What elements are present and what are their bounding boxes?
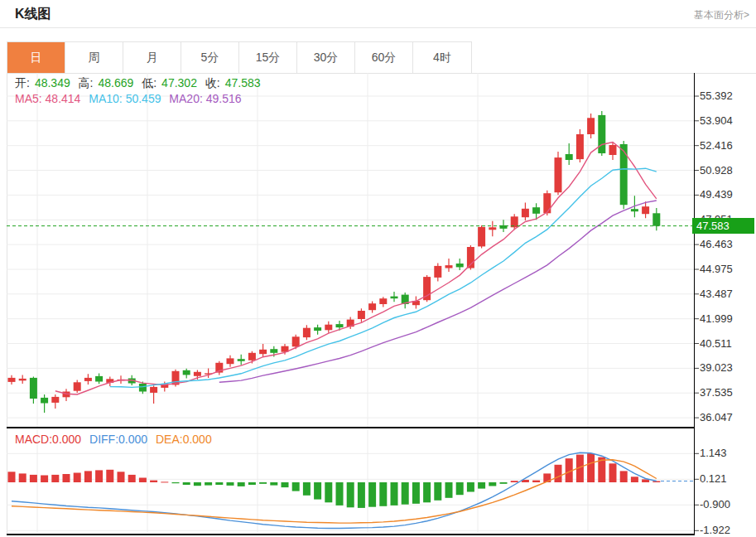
main-axis-label: 49.439 bbox=[700, 188, 733, 201]
main-axis-label: 50.928 bbox=[700, 164, 733, 177]
macd-axis-label: -1.922 bbox=[700, 524, 730, 537]
macd-axis-label: -0.900 bbox=[700, 498, 730, 511]
main-axis-label: 39.023 bbox=[700, 361, 733, 375]
main-axis-label: 36.047 bbox=[700, 411, 733, 424]
current-price-tag: 47.583 bbox=[692, 218, 754, 234]
main-axis-label: 53.904 bbox=[700, 114, 733, 128]
main-axis-label: 52.416 bbox=[700, 139, 733, 152]
main-axis-label: 55.392 bbox=[700, 90, 733, 103]
main-axis-label: 37.535 bbox=[700, 386, 733, 399]
kline-plot-area[interactable] bbox=[7, 73, 694, 535]
main-axis-label: 43.487 bbox=[700, 288, 733, 301]
main-axis-label: 40.511 bbox=[700, 337, 732, 351]
main-axis-label: 41.999 bbox=[700, 312, 733, 326]
main-axis-label: 44.975 bbox=[700, 263, 733, 276]
main-axis-label: 46.463 bbox=[700, 238, 733, 251]
macd-axis-label: 1.143 bbox=[700, 447, 727, 460]
macd-axis-label: 0.121 bbox=[700, 472, 727, 486]
